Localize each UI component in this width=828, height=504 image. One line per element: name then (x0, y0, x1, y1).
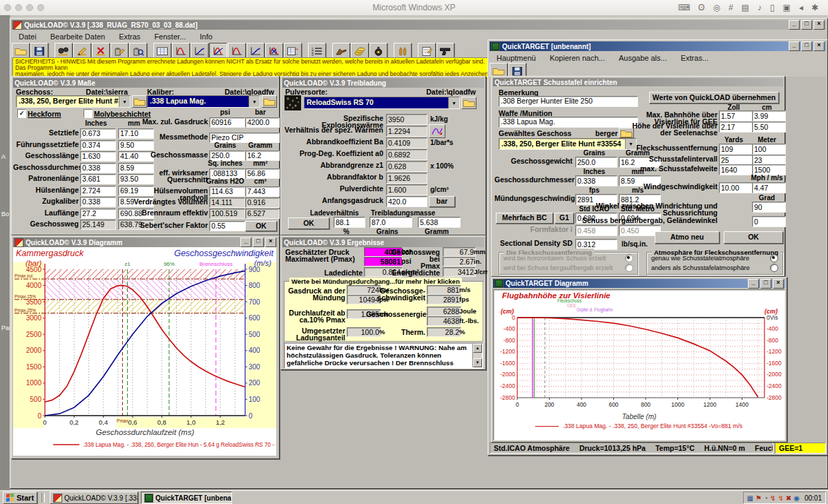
quickload-titlebar[interactable]: QuickLOAD© V.3.9 [.338_RUAG_RS70_03_03_8… (12, 20, 826, 30)
muendung-group[interactable]: Werte bei Mündungsdurchgang...für mehr h… (284, 281, 483, 342)
text-field[interactable]: 2.17 (719, 122, 753, 133)
device-icon[interactable]: ▯ (770, 3, 775, 12)
menu-hauptmenu[interactable]: Hauptmenü (490, 54, 543, 62)
chevron-down-icon[interactable] (119, 96, 130, 107)
text-field[interactable]: 14.111 (209, 197, 245, 208)
qt-diagramm-titlebar[interactable]: QuickTARGET Diagramm (493, 279, 785, 288)
diagramm-titlebar[interactable]: QuickLOAD© V.3.9 Diagramm (13, 238, 278, 247)
qt-ok-button[interactable]: OK (724, 231, 783, 244)
sound-icon[interactable]: ♪ (758, 3, 762, 12)
menu-fenster[interactable]: Fenster... (147, 32, 193, 41)
text-field[interactable]: 7.443 (245, 186, 280, 197)
display-icon[interactable]: ▤ (742, 3, 749, 12)
minimize-button[interactable] (789, 41, 800, 51)
tray-flash-2-icon[interactable]: ↯ (778, 494, 783, 502)
text-field[interactable]: 4.47 (752, 182, 786, 193)
text-field[interactable]: 1.9626 (386, 173, 427, 184)
close-button[interactable] (773, 279, 784, 289)
input-icon[interactable]: ʘ (698, 3, 704, 12)
chevron-down-icon[interactable] (249, 96, 260, 107)
text-field[interactable]: 4200.0 (245, 117, 280, 128)
scrollbar[interactable]: ▲ ▼ (472, 344, 482, 367)
desktop-icon-label[interactable]: Bo (1, 211, 9, 217)
minimize-button[interactable] (240, 238, 251, 247)
text-field[interactable]: 100 (752, 144, 786, 155)
tray-update-icon[interactable]: ◉ (793, 494, 800, 502)
text-field[interactable]: 6.527 (245, 209, 280, 219)
werte-uebernehmen-button[interactable]: Werte von QuickLOAD übernehmen (649, 92, 779, 104)
text-field[interactable]: 0.628 (386, 161, 427, 172)
menu-extras[interactable]: Extras... (674, 54, 715, 62)
pulversorte-combobox[interactable]: ReloadSwiss RS 70 (304, 97, 460, 109)
text-field[interactable]: 60916 (209, 117, 245, 128)
text-field[interactable]: 0 (752, 216, 786, 227)
text-field[interactable]: 90 (752, 202, 786, 213)
minimize-button[interactable] (748, 279, 759, 289)
masse-gramm-field[interactable]: 5.638 (418, 217, 461, 228)
task-quicktarget[interactable]: QuickTARGET [unbena... (141, 492, 232, 504)
ergebnisse-titlebar[interactable]: QuickLOAD© V.3.9 Ergebnisse (282, 238, 484, 247)
text-field[interactable]: 420.0 (386, 196, 427, 207)
masse-titlebar[interactable]: QuickLOAD© V.3.9 Maße (13, 78, 278, 88)
radio-anders[interactable] (770, 264, 778, 272)
cd-icon[interactable]: ◎ (713, 3, 720, 12)
back-icon[interactable]: ◂ (799, 3, 803, 12)
desktop-icon-label[interactable]: A (1, 153, 6, 160)
heat-ratio-chart-icon[interactable] (429, 124, 445, 138)
tray-display-icon[interactable]: ▦ (747, 494, 753, 502)
menu-extras[interactable]: Extras (112, 32, 147, 41)
maximize-button[interactable] (801, 20, 812, 30)
menu-info[interactable]: Info (193, 32, 219, 41)
bar-unit-button[interactable]: bar (429, 196, 455, 207)
text-field[interactable]: 1.57 (719, 110, 753, 122)
text-field[interactable]: 100.519 (209, 209, 245, 219)
start-button[interactable]: Start (3, 492, 37, 504)
tray-clock-icon[interactable]: ◔ (764, 494, 768, 502)
network-icon[interactable]: # (729, 3, 733, 12)
text-field[interactable]: 109 (719, 144, 753, 155)
text-field[interactable]: 0.4109 (386, 137, 427, 148)
geschoss-combobox[interactable]: .338, 250, Berger Elite Hunt #33554 (16, 95, 131, 108)
text-field[interactable]: 1.2294 (386, 126, 427, 137)
menu-kopieren-nach[interactable]: Kopieren nach... (543, 54, 612, 62)
settings-icon[interactable]: ✱ (811, 3, 818, 12)
menu-datei[interactable]: Datei (12, 32, 44, 41)
tray-shield-icon[interactable]: ⚑ (755, 494, 762, 502)
minimize-button[interactable] (789, 20, 800, 30)
chevron-down-icon[interactable] (448, 97, 459, 108)
treibladung-titlebar[interactable]: QuickLOAD© V.3.9 Treibladung (282, 78, 484, 88)
close-button[interactable] (265, 238, 276, 247)
text-field[interactable]: 0.55 (209, 221, 245, 231)
radio-genau[interactable] (770, 254, 778, 262)
task-quickload[interactable]: QuickLOAD© V.3.9 [.338_R... (50, 492, 138, 504)
text-field[interactable]: 0.916 (245, 197, 280, 208)
maximize-button[interactable] (253, 238, 264, 247)
text-field[interactable]: 5.50 (752, 122, 786, 133)
text-field[interactable]: 0.6892 (386, 149, 427, 160)
ladeverhaeltnis-field[interactable]: 88.1 (334, 217, 365, 228)
scroll-up-icon[interactable]: ▲ (473, 344, 482, 353)
schusstafel-titlebar[interactable]: QuickTARGET Schusstafel einrichten (493, 78, 783, 86)
geschoss-open-button[interactable] (132, 95, 147, 108)
kaliber-combobox[interactable]: .338 Lapua Mag. (147, 95, 260, 108)
text-field[interactable]: 1.600 (386, 184, 427, 195)
menu-ausgabe-als[interactable]: Ausgabe als... (612, 54, 674, 62)
text-field[interactable]: 3.99 (752, 110, 786, 122)
text-field[interactable]: 3950 (386, 114, 427, 125)
text-field[interactable]: 1640 (719, 164, 753, 175)
menu-bearbeite-daten[interactable]: Bearbeite Daten (44, 32, 113, 41)
scroll-down-icon[interactable]: ▼ (473, 358, 482, 367)
keyboard-icon[interactable]: ⌨ (678, 3, 690, 12)
maximize-button[interactable] (760, 279, 771, 289)
kaliber-open-button[interactable] (262, 95, 277, 108)
quicktarget-titlebar[interactable]: QuickTARGET [unbenannt] (490, 41, 826, 51)
close-button[interactable] (813, 20, 825, 30)
folder-icon[interactable]: ▣ (783, 3, 791, 12)
tray-flash-icon[interactable]: ↯ (770, 494, 776, 502)
radio-horizontal[interactable] (625, 254, 633, 262)
radio-bergauf[interactable] (625, 264, 633, 272)
text-field[interactable]: 10.00 (719, 182, 753, 193)
maximize-button[interactable] (801, 41, 812, 51)
ergebnisse-warning-box[interactable]: Keine Gewähr für die Ergebnisse ! WARNUN… (284, 342, 483, 369)
masse-grains-field[interactable]: 87.0 (369, 217, 412, 228)
